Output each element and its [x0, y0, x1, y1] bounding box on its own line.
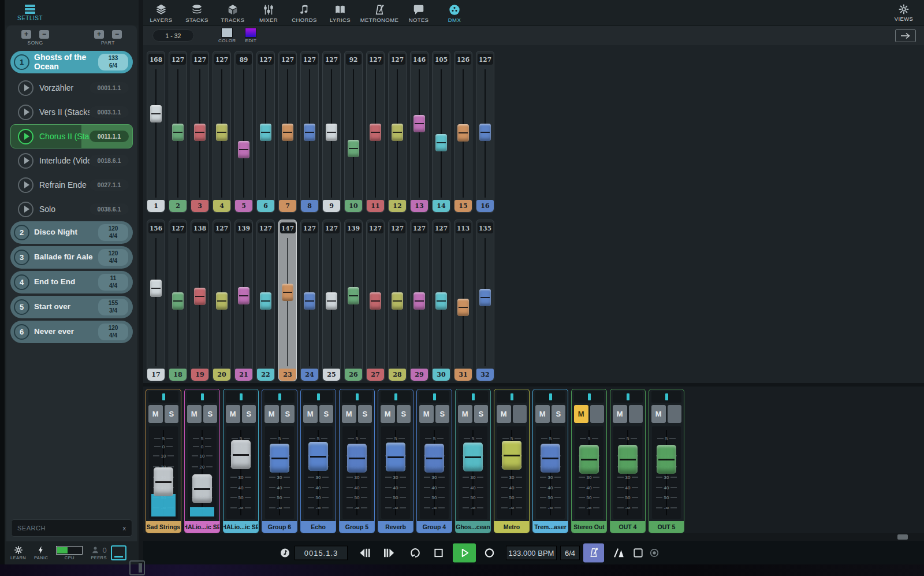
- bpm-display[interactable]: 133.000 BPM: [506, 545, 557, 560]
- part-item[interactable]: Solo0038.6.1: [10, 197, 133, 221]
- part-play-button[interactable]: [18, 177, 33, 193]
- precount-checkbox[interactable]: [633, 548, 643, 558]
- channel-name-label[interactable]: Group 6: [262, 521, 297, 533]
- dmx-fader-handle[interactable]: [172, 124, 184, 141]
- fader-cap[interactable]: [424, 444, 444, 473]
- solo-button[interactable]: S: [397, 405, 411, 423]
- remove-song-button[interactable]: −: [39, 30, 49, 39]
- dmx-fader-handle[interactable]: [392, 292, 403, 310]
- stop-button[interactable]: [433, 547, 444, 558]
- add-song-button[interactable]: +: [21, 30, 31, 39]
- channel-name-label[interactable]: HALio...ic SE: [185, 521, 219, 533]
- channel-name-label[interactable]: Reverb: [378, 521, 413, 533]
- dmx-fader-track[interactable]: [476, 66, 494, 199]
- dmx-fader-handle[interactable]: [413, 292, 425, 310]
- dmx-fader-track[interactable]: [169, 66, 187, 199]
- channel-fader[interactable]: 501020304050-∞: [304, 426, 333, 519]
- mute-button[interactable]: M: [148, 405, 163, 423]
- part-play-button[interactable]: [18, 80, 33, 96]
- tab-mixer[interactable]: MIXER: [251, 2, 286, 23]
- mute-button[interactable]: M: [264, 405, 279, 423]
- solo-button[interactable]: S: [203, 405, 218, 423]
- dmx-fader-handle[interactable]: [435, 292, 447, 310]
- dmx-fader-handle[interactable]: [457, 299, 469, 316]
- dmx-fader-track[interactable]: [433, 66, 450, 199]
- solo-button[interactable]: S: [435, 405, 450, 423]
- dmx-fader-track[interactable]: [454, 66, 472, 199]
- rewind-button[interactable]: [358, 548, 372, 558]
- part-item[interactable]: Vorzähler0001.1.1: [10, 76, 133, 100]
- song-item[interactable]: 6Never ever1204/4: [10, 321, 133, 343]
- fader-cap[interactable]: [270, 444, 289, 473]
- channel-name-label[interactable]: Stereo Out: [572, 521, 606, 533]
- dmx-fader-handle[interactable]: [348, 287, 359, 304]
- layout-bottom-toggle[interactable]: [111, 545, 126, 560]
- mute-button[interactable]: M: [651, 405, 666, 423]
- expand-right-button[interactable]: [895, 29, 916, 42]
- dmx-fader-track[interactable]: [454, 235, 472, 367]
- dmx-fader-track[interactable]: [301, 235, 318, 367]
- dmx-fader-track[interactable]: [213, 66, 230, 199]
- fader-cap[interactable]: [308, 442, 328, 471]
- dmx-fader-track[interactable]: [367, 66, 384, 199]
- search-input[interactable]: SEARCH x: [11, 519, 132, 537]
- dmx-fader-track[interactable]: [279, 66, 296, 199]
- setlist-menu-button[interactable]: SETLIST: [17, 5, 43, 21]
- mute-button[interactable]: M: [303, 405, 318, 423]
- fader-cap[interactable]: [347, 444, 367, 473]
- add-part-button[interactable]: +: [94, 30, 104, 39]
- dmx-fader-track[interactable]: [301, 66, 318, 199]
- channel-fader[interactable]: 501020304050-∞: [342, 426, 371, 519]
- channel-name-label[interactable]: OUT 5: [649, 521, 684, 533]
- fader-cap[interactable]: [657, 445, 676, 474]
- tab-tracks[interactable]: TRACKS: [215, 2, 251, 23]
- dmx-fader-track[interactable]: [476, 235, 494, 367]
- dmx-fader-handle[interactable]: [392, 124, 403, 141]
- dmx-fader-handle[interactable]: [194, 288, 206, 305]
- channel-fader[interactable]: 501020304050-∞: [497, 426, 526, 519]
- dmx-fader-track[interactable]: [345, 66, 362, 199]
- dmx-fader-handle[interactable]: [326, 124, 337, 141]
- fader-cap[interactable]: [579, 445, 599, 474]
- dmx-fader-track[interactable]: [235, 235, 252, 367]
- solo-button[interactable]: S: [474, 405, 489, 423]
- dmx-fader-track[interactable]: [279, 235, 296, 367]
- fader-cap[interactable]: [463, 443, 483, 471]
- dmx-fader-track[interactable]: [433, 235, 450, 367]
- mute-button[interactable]: M: [187, 405, 202, 423]
- dmx-fader-track[interactable]: [191, 66, 208, 199]
- dmx-fader-track[interactable]: [147, 235, 165, 367]
- song-item[interactable]: 1Ghosts of the Ocean1336/4: [10, 51, 133, 73]
- record-button[interactable]: [484, 547, 495, 558]
- horizontal-scrollbar[interactable]: [143, 533, 924, 541]
- fader-cap[interactable]: [231, 440, 251, 469]
- channel-name-label[interactable]: Group 5: [340, 521, 374, 533]
- fader-cap[interactable]: [386, 443, 405, 471]
- dmx-fader-handle[interactable]: [282, 284, 293, 301]
- dmx-fader-handle[interactable]: [435, 134, 447, 151]
- dmx-fader-handle[interactable]: [194, 124, 206, 141]
- dmx-fader-handle[interactable]: [370, 124, 381, 141]
- fader-cap[interactable]: [192, 474, 212, 503]
- channel-name-label[interactable]: Ghos...cean: [456, 521, 490, 533]
- dmx-fader-track[interactable]: [213, 235, 230, 367]
- channel-fader[interactable]: 501020304050-∞: [226, 426, 255, 519]
- dmx-fader-handle[interactable]: [282, 124, 293, 141]
- solo-button[interactable]: S: [358, 405, 372, 423]
- fader-cap[interactable]: [502, 441, 521, 470]
- record-mode-icon[interactable]: [649, 548, 660, 558]
- cycle-button[interactable]: [409, 547, 422, 559]
- dmx-fader-handle[interactable]: [150, 105, 162, 122]
- dmx-fader-handle[interactable]: [413, 115, 425, 132]
- tab-metronome[interactable]: METRONOME: [358, 2, 401, 23]
- part-play-button[interactable]: [18, 202, 33, 217]
- tab-chords[interactable]: CHORDS: [286, 2, 322, 23]
- solo-button[interactable]: S: [552, 405, 566, 423]
- dmx-fader-track[interactable]: [323, 66, 340, 199]
- panic-button[interactable]: PANIC: [34, 545, 48, 560]
- channel-name-label[interactable]: OUT 4: [610, 521, 645, 533]
- fader-cap[interactable]: [618, 445, 638, 474]
- dmx-fader-track[interactable]: [389, 235, 406, 367]
- tab-dmx[interactable]: DMX: [437, 2, 472, 23]
- song-item[interactable]: 2Disco Night1204/4: [10, 221, 133, 244]
